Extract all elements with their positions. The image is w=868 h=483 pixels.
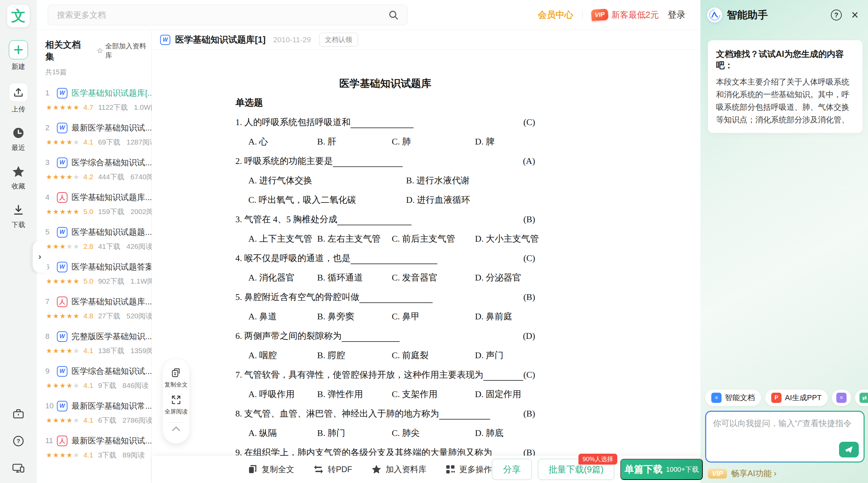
doc-item-number: 3 <box>45 158 57 167</box>
vip-promo-link[interactable]: VIP 新客最低2元 <box>591 9 659 20</box>
related-docs-panel: 相关文档集 ☆ 全部加入资料库 共15篇 1 W 医学基础知识试题库[... ★… <box>37 30 152 483</box>
ai-prompt-input[interactable] <box>713 418 857 445</box>
translate-icon: ⇄ <box>859 393 868 403</box>
claim-document-button[interactable]: 文档认领 <box>319 33 358 47</box>
doc-list-item[interactable]: 5 W 医学基础知识试题题... ★★★★★ 2.8 41下载 426阅读 <box>37 224 151 259</box>
doc-list-item[interactable]: 8 W 完整版医学基础知识... ★★★★★ 4.1 138下载 1359阅读 <box>37 328 151 363</box>
add-all-to-library-button[interactable]: ☆ 全部加入资料库 <box>96 42 151 60</box>
vip-ai-features-link[interactable]: VIP 畅享AI功能 › <box>705 468 865 479</box>
option: D. 固定作用 <box>475 388 535 400</box>
help-icon[interactable]: ? <box>831 10 842 20</box>
doc-item-title[interactable]: 最新医学基础知识试... <box>72 435 151 446</box>
doc-item-title[interactable]: 医学基础知识试题题... <box>72 227 151 238</box>
doc-item-title[interactable]: 最新医学基础知识常... <box>72 401 151 411</box>
star-icon: ★ <box>46 173 53 181</box>
doc-list-item[interactable]: 11 人 最新医学基础知识试... ★★★★★ 4.1 3下载 89阅读 <box>37 433 151 467</box>
batch-download-button[interactable]: 批量下载(9篇) 90%人选择 <box>538 459 614 480</box>
doc-list-item[interactable]: 1 W 医学基础知识试题库[... ★★★★★ 4.7 1122下载 1.0W阅… <box>37 85 151 120</box>
rating-value: 4.8 <box>83 312 93 320</box>
star-icon: ★ <box>73 277 80 285</box>
doc-tool-chip[interactable]: ≡ <box>832 390 851 406</box>
upload-icon[interactable] <box>9 83 28 102</box>
sidebar-footer: ? <box>12 409 25 474</box>
doc-list-item[interactable]: 9 W 医学综合基础知识试... ★★★★★ 4.1 9下载 846阅读 <box>37 363 151 398</box>
doc-item-title[interactable]: 医学基础知识试题库[... <box>72 88 151 99</box>
devices-icon[interactable] <box>12 463 25 474</box>
star-icon[interactable] <box>9 164 28 179</box>
doc-item-title[interactable]: 医学基础知识试题库... <box>72 296 151 307</box>
plus-icon[interactable] <box>9 40 28 59</box>
share-button[interactable]: 分享 <box>492 459 532 480</box>
read-count: 846阅读 <box>123 381 149 390</box>
download-icon[interactable] <box>9 202 28 217</box>
question-text: 2. 呼吸系统的功能主要是 <box>235 155 333 167</box>
option: C. 肺尖 <box>392 427 475 439</box>
single-download-button[interactable]: 单篇下载 1000+下载 <box>620 459 703 480</box>
smart-doc-chip[interactable]: ≡ 智能文档 <box>705 390 761 406</box>
doc-item-title[interactable]: 医学基础知识试题答案 <box>72 261 151 272</box>
star-icon: ★ <box>53 243 60 250</box>
doc-item-title[interactable]: 医学基础知识试题库... <box>72 192 151 203</box>
search-icon[interactable] <box>388 10 399 20</box>
sidebar-item-new[interactable]: 新建 <box>9 40 28 71</box>
download-count: 41下载 <box>98 242 120 251</box>
related-docs-title: 相关文档集 <box>45 39 88 63</box>
add-to-library-action[interactable]: 加入资料库 <box>371 464 427 475</box>
doc-list-item[interactable]: 2 W 最新医学基础知识试... ★★★★★ 4.1 69下载 1287阅读 <box>37 120 151 154</box>
download-count: 9下载 <box>98 381 117 390</box>
left-sidebar: 文 新建 上传 最近 收藏 <box>0 0 37 483</box>
question-text: 7. 气管软骨，具有弹性，使管腔保持开放，这种作用主要表现为 <box>235 369 483 381</box>
sidebar-item-upload[interactable]: 上传 <box>9 83 28 114</box>
send-button[interactable] <box>839 442 859 457</box>
document-header: W 医学基础知识试题库[1] 2010-11-29 文档认领 <box>152 30 700 50</box>
login-button[interactable]: 登录 <box>668 9 685 21</box>
doc-item-title[interactable]: 医学综合基础知识试... <box>72 157 151 168</box>
copy-fulltext-action[interactable]: 复制全文 <box>248 464 294 475</box>
doc-list-item[interactable]: 7 人 医学基础知识试题库... ★★★★★ 4.8 27下载 520阅读 <box>37 293 151 328</box>
option: A. 纵隔 <box>248 427 317 439</box>
doc-item-title[interactable]: 最新医学基础知识试... <box>72 122 151 133</box>
fullscreen-read-button[interactable]: 全屏阅读 <box>165 395 188 416</box>
doc-item-number: 1 <box>45 89 57 97</box>
question-text: 6. 两侧声带之间的裂隙称为 <box>235 330 342 342</box>
search-input[interactable] <box>48 5 407 25</box>
ai-ppt-chip[interactable]: P AI生成PPT <box>765 390 828 406</box>
doc-item-number: 2 <box>45 123 57 132</box>
sidebar-label: 最近 <box>12 143 25 152</box>
sidebar-label: 收藏 <box>12 182 25 191</box>
answer-letter: (B) <box>523 214 535 225</box>
doc-list-item[interactable]: 4 人 医学基础知识试题库... ★★★★★ 5.0 159下载 2002阅读 <box>37 189 151 224</box>
star-icon: ★ <box>46 451 53 459</box>
doc-list-item[interactable]: 6 W 医学基础知识试题答案 ★★★★★ 5.0 902下载 1.1W阅读 <box>37 259 151 293</box>
chevron-up-icon[interactable] <box>172 426 181 432</box>
wenku-logo[interactable]: 文 <box>7 5 30 27</box>
sidebar-item-downloads[interactable]: 下载 <box>9 202 28 229</box>
doc-list-item[interactable]: 3 W 医学综合基础知识试... ★★★★★ 4.2 444下载 6740阅读 <box>37 154 151 189</box>
doc-list-item[interactable]: 10 W 最新医学基础知识常... ★★★★★ 4.1 6下载 2786阅读 <box>37 398 151 433</box>
option: C. 肺 <box>392 136 475 148</box>
doc-item-title[interactable]: 完整版医学基础知识... <box>72 331 151 342</box>
sidebar-item-favorites[interactable]: 收藏 <box>9 164 28 191</box>
rating-stars: ★★★★★ <box>46 138 80 146</box>
sidebar-item-recent[interactable]: 最近 <box>9 125 28 152</box>
translate-chip[interactable]: ⇄ <box>855 390 868 406</box>
member-center-link[interactable]: 会员中心 <box>538 9 573 21</box>
convert-pdf-action[interactable]: 转PDF <box>313 464 352 475</box>
star-icon: ★ <box>60 382 66 389</box>
help-icon[interactable]: ? <box>13 435 24 447</box>
pdf-file-icon: 人 <box>57 192 67 203</box>
vip-promo-icon: VIP <box>591 9 608 21</box>
toolbox-icon[interactable] <box>13 409 24 420</box>
copy-fulltext-button[interactable]: 复制全文 <box>165 368 188 389</box>
ai-assistant-logo <box>707 7 722 22</box>
options-row: A. 咽腔B. 腭腔C. 前庭裂D. 声门 <box>235 346 535 365</box>
close-icon[interactable]: × <box>851 9 858 21</box>
doc-item-title[interactable]: 医学综合基础知识试... <box>72 366 151 377</box>
rating-value: 4.1 <box>83 416 93 424</box>
clock-icon[interactable] <box>9 125 28 140</box>
option: C. 前庭裂 <box>392 349 475 361</box>
more-actions[interactable]: 更多操作 <box>446 464 492 475</box>
collapse-panel-tab[interactable]: › <box>33 241 47 273</box>
download-count: 444下载 <box>98 172 124 182</box>
option: B. 左右主支气管 <box>317 233 392 245</box>
